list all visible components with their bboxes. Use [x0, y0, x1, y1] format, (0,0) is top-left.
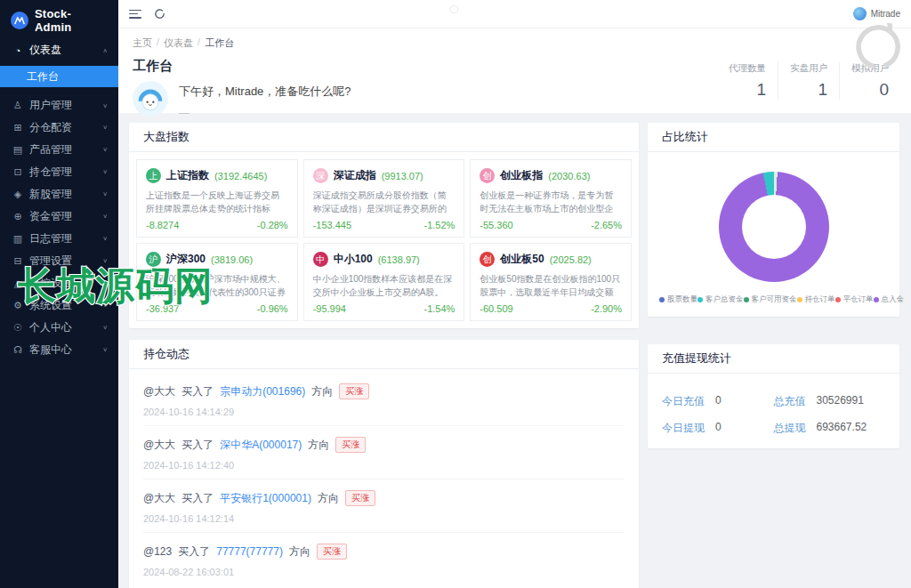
activity-timestamp: 2024-10-16 14:12:40 — [143, 460, 625, 471]
legend-label: 平仓订单 — [843, 294, 874, 305]
legend-item[interactable]: 客户总资金 — [697, 294, 744, 305]
recharge-card-title: 充值提现统计 — [648, 344, 899, 374]
greeting-text: 下午好，Mitrade，准备吃什么呢? — [179, 81, 351, 100]
sidebar-item-profile-center[interactable]: ☉个人中心∨ — [0, 317, 118, 339]
donut-chart[interactable] — [719, 172, 829, 282]
risk-settings-icon: △ — [11, 278, 25, 289]
stat-value: 1 — [729, 80, 766, 100]
activity-stock-link[interactable]: 深中华A(000017) — [220, 438, 302, 453]
app-root: Stock-Admin ◔仪表盘∧工作台♙用户管理∨⊞分仓配资∨▤产品管理∨⊡持… — [0, 0, 911, 588]
logo-icon — [11, 12, 28, 29]
legend-item[interactable]: 持仓订单 — [797, 294, 835, 305]
sidebar: Stock-Admin ◔仪表盘∧工作台♙用户管理∨⊞分仓配资∨▤产品管理∨⊡持… — [0, 0, 118, 588]
user-menu[interactable]: Mitrade — [853, 7, 900, 20]
sidebar-item-fund-mgmt[interactable]: ⊕资金管理∨ — [0, 205, 118, 228]
sidebar-item-ipo-mgmt[interactable]: ◈新股管理∨ — [0, 183, 118, 205]
activity-stock-link[interactable]: 77777(77777) — [216, 545, 283, 558]
collapse-sidebar-icon[interactable] — [129, 10, 141, 19]
legend-item[interactable]: 股票数量 — [659, 294, 697, 305]
index-tile: 中中小100(6138.97)中小企业100指数样本应该都是在深交所中小企业板上… — [303, 243, 465, 321]
legend-item[interactable]: 客户可用资金 — [744, 294, 797, 305]
refresh-icon[interactable] — [154, 8, 165, 20]
legend-label: 客户可用资金 — [752, 294, 797, 305]
sidebar-item-dashboard[interactable]: ◔仪表盘∧ — [0, 39, 118, 61]
sidebar-item-support-center[interactable]: ☊客服中心∨ — [0, 339, 118, 361]
legend-item[interactable]: 平仓订单 — [835, 294, 874, 305]
recharge-label: 今日提现 — [662, 421, 705, 436]
breadcrumb-separator: / — [198, 36, 200, 50]
chevron-down-icon: ∨ — [102, 347, 108, 353]
activity-user: @大大 — [143, 438, 175, 453]
activity-stock-link[interactable]: 平安银行1(000001) — [220, 491, 311, 506]
index-icon: 上 — [146, 168, 161, 183]
breadcrumb: 主页/仪表盘/工作台 — [133, 36, 897, 50]
activity-row: @大大买入了宗申动力(001696)方向买涨2024-10-16 14:14:2… — [143, 373, 625, 426]
sidebar-item-risk-settings[interactable]: △风控设置∨ — [0, 272, 118, 294]
activity-line: @大大买入了宗申动力(001696)方向买涨 — [143, 383, 625, 399]
index-value: (3819.06) — [211, 254, 253, 265]
sidebar-item-label: 用户管理 — [29, 98, 102, 113]
market-index-card: 大盘指数 上上证指数(3192.4645)上证指数是一个反映上海证券交易所挂牌股… — [129, 123, 639, 328]
activity-action: 买入了 — [181, 384, 214, 399]
index-value: (2025.82) — [550, 254, 592, 265]
index-tile: 创创业板指(2030.63)创业板是一种证券市场，是专为暂时无法在主板市场上市的… — [470, 159, 632, 238]
sidebar-item-user-mgmt[interactable]: ♙用户管理∨ — [0, 94, 118, 117]
index-tile-head: 沪沪深300(3819.06) — [146, 252, 288, 267]
ipo-mgmt-icon: ◈ — [11, 189, 25, 200]
recharge-row: 今日充值0总充值30526991 — [662, 394, 885, 409]
product-mgmt-icon: ▤ — [11, 144, 25, 156]
index-tile: 沪沪深300(3819.06)沪深300指数由沪深市场中规模大、流动性好的最具代… — [136, 243, 298, 321]
sidebar-item-allocation[interactable]: ⊞分仓配资∨ — [0, 117, 118, 139]
index-tile: 创创业板50(2025.82)创业板50指数是在创业板指的100只股票中，选取最… — [470, 243, 632, 321]
activity-action: 买入了 — [181, 491, 214, 506]
sidebar-item-product-mgmt[interactable]: ▤产品管理∨ — [0, 139, 118, 161]
legend-label: 股票数量 — [667, 294, 697, 305]
index-value: (2030.63) — [548, 171, 590, 181]
index-tile: 深深证成指(9913.07)深证成指交易所成分股价指数（简称深证成指）是深圳证券… — [303, 159, 465, 238]
index-change-percent: -0.28% — [257, 220, 288, 230]
legend-dot-icon — [797, 297, 802, 302]
dashboard-icon: ◔ — [11, 45, 25, 56]
legend-item[interactable]: 总入金 — [874, 294, 905, 305]
recharge-label: 总充值 — [774, 394, 806, 409]
recharge-pair: 总充值30526991 — [774, 394, 886, 409]
activity-stock-link[interactable]: 宗申动力(001696) — [220, 384, 305, 399]
sidebar-item-label: 产品管理 — [29, 142, 102, 157]
index-tile-head: 中中小100(6138.97) — [313, 252, 456, 267]
index-tile-head: 创创业板50(2025.82) — [480, 252, 622, 267]
recharge-label: 总提现 — [774, 421, 806, 436]
app-title: Stock-Admin — [35, 7, 108, 34]
sidebar-subitem-workbench[interactable]: 工作台 — [0, 66, 118, 87]
index-value: (9913.07) — [382, 171, 423, 181]
sidebar-item-system-settings[interactable]: ⚙系统设置∨ — [0, 294, 118, 317]
sidebar-item-log-mgmt[interactable]: ▥日志管理∨ — [0, 228, 118, 250]
stat-label: 代理数量 — [729, 62, 766, 75]
stat-label: 实盘用户 — [790, 62, 827, 75]
chevron-down-icon: ∨ — [102, 125, 108, 131]
sidebar-item-admin-settings[interactable]: ⊟管理设置∨ — [0, 250, 118, 272]
index-change-percent: -1.52% — [423, 220, 455, 230]
index-icon: 中 — [313, 252, 328, 267]
activity-row: @大大买入了平安银行1(000001)方向买涨2024-10-16 14:12:… — [143, 479, 625, 533]
recharge-value: 693667.52 — [817, 421, 867, 436]
activity-action: 买入了 — [178, 544, 210, 560]
position-mgmt-icon: ⊡ — [11, 166, 25, 178]
donut-hole — [742, 195, 806, 259]
content: 大盘指数 上上证指数(3192.4645)上证指数是一个反映上海证券交易所挂牌股… — [118, 113, 911, 588]
index-value: (6138.97) — [378, 254, 420, 265]
legend-label: 总入金 — [882, 294, 905, 305]
app-logo[interactable]: Stock-Admin — [0, 0, 118, 39]
sidebar-item-position-mgmt[interactable]: ⊡持仓管理∨ — [0, 161, 118, 183]
breadcrumb-item[interactable]: 主页 — [133, 36, 152, 50]
recharge-card: 充值提现统计 今日充值0总充值30526991今日提现0总提现693667.52 — [648, 344, 899, 448]
legend-label: 持仓订单 — [805, 294, 835, 305]
index-change: -8.8274 — [146, 220, 179, 230]
breadcrumb-item[interactable]: 仪表盘 — [164, 36, 193, 50]
chart-legend: 股票数量客户总资金客户可用资金持仓订单平仓订单总入金 — [648, 294, 899, 317]
profile-center-icon: ☉ — [11, 322, 25, 334]
header-stat: 实盘用户1 — [778, 62, 839, 100]
donut-wrap — [648, 152, 899, 294]
activity-line: @大大买入了平安银行1(000001)方向买涨 — [143, 490, 625, 506]
index-change: -60.509 — [480, 303, 512, 314]
sidebar-item-label: 分仓配资 — [29, 120, 102, 135]
